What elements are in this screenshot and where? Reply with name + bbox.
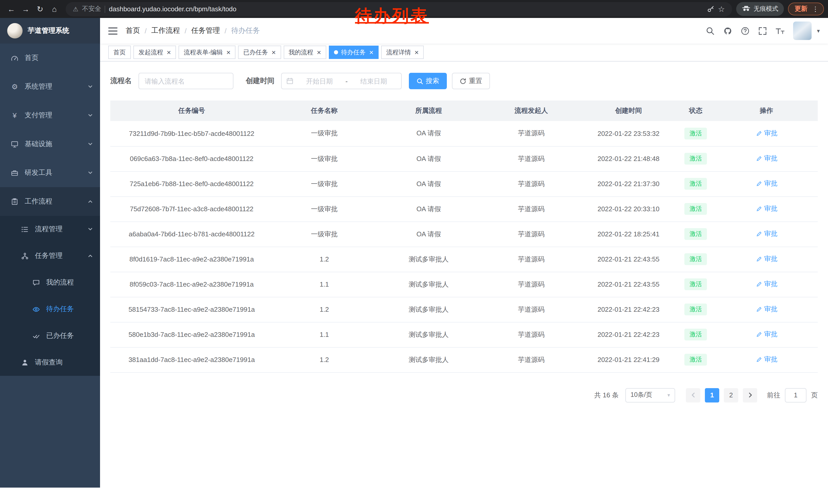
menu-label: 工作流程	[25, 197, 88, 206]
breadcrumb-separator: /	[145, 27, 147, 35]
cell-action: 审批	[715, 171, 818, 196]
browser-back-icon[interactable]: ←	[4, 0, 18, 18]
browser-reload-icon[interactable]: ↻	[33, 0, 47, 18]
breadcrumb-home[interactable]: 首页	[126, 26, 140, 35]
sidebar-item-home[interactable]: 首页	[0, 44, 100, 72]
cell-status: 激活	[676, 196, 715, 222]
tab-close-icon[interactable]: ×	[415, 50, 419, 55]
sidebar-item-payment[interactable]: ¥ 支付管理	[0, 101, 100, 130]
help-icon[interactable]	[741, 27, 750, 35]
avatar-caret-icon[interactable]: ▾	[817, 28, 820, 34]
cell-status: 激活	[676, 121, 715, 146]
browser-menu-icon[interactable]: ⋮	[812, 5, 819, 13]
tab-item-3[interactable]: 已办任务×	[238, 46, 281, 59]
menu-label: 请假查询	[35, 358, 93, 367]
next-page-button[interactable]	[743, 388, 757, 402]
approve-label: 审批	[764, 204, 778, 214]
prev-page-button[interactable]	[686, 388, 700, 402]
approve-link[interactable]: 审批	[755, 154, 778, 163]
password-key-icon[interactable]	[707, 5, 714, 13]
cell-task-id: 381aa1dd-7ac8-11ec-a9e2-a2380e71991a	[110, 347, 273, 372]
user-avatar[interactable]	[793, 21, 812, 40]
page-number-2[interactable]: 2	[724, 388, 738, 402]
approve-link[interactable]: 审批	[755, 280, 778, 289]
approve-label: 审批	[764, 355, 778, 364]
cell-create-time: 2022-01-22 21:48:48	[581, 146, 676, 171]
approve-link[interactable]: 审批	[755, 305, 778, 314]
cell-process: OA 请假	[376, 121, 482, 146]
table-row: 069c6a63-7b8a-11ec-8ef0-acde48001122一级审批…	[110, 146, 818, 171]
cell-task-name: 1.2	[273, 246, 376, 272]
cell-task-id: 73211d9d-7b9b-11ec-b5b7-acde48001122	[110, 121, 273, 146]
tab-label: 已办任务	[243, 48, 268, 57]
page-number-1[interactable]: 1	[705, 388, 719, 402]
sidebar-item-process-mgmt[interactable]: 流程管理	[0, 216, 100, 242]
annotation-overlay: 待办列表	[355, 5, 429, 28]
cell-starter: 芋道源码	[482, 222, 581, 246]
tab-item-6[interactable]: 流程详情×	[381, 46, 424, 59]
menu-label: 基础设施	[25, 139, 88, 149]
tab-close-icon[interactable]: ×	[317, 50, 321, 55]
tab-close-icon[interactable]: ×	[272, 50, 276, 55]
approve-link[interactable]: 审批	[755, 129, 778, 138]
tab-close-icon[interactable]: ×	[167, 50, 171, 55]
cell-process: 测试多审批人	[376, 347, 482, 372]
approve-link[interactable]: 审批	[755, 255, 778, 264]
github-icon[interactable]	[723, 27, 732, 35]
approve-link[interactable]: 审批	[755, 330, 778, 339]
sidebar-item-infra[interactable]: 基础设施	[0, 130, 100, 158]
tab-close-icon[interactable]: ×	[369, 50, 373, 55]
breadcrumb-task-mgmt[interactable]: 任务管理	[191, 26, 220, 35]
sidebar-item-done-task[interactable]: 已办任务	[0, 322, 100, 349]
breadcrumb-workflow[interactable]: 工作流程	[151, 26, 180, 35]
approve-link[interactable]: 审批	[755, 204, 778, 214]
incognito-icon	[742, 5, 750, 12]
approve-link[interactable]: 审批	[755, 179, 778, 188]
sidebar-toggle-icon[interactable]	[108, 27, 118, 35]
sidebar-item-system[interactable]: ⚙ 系统管理	[0, 72, 100, 101]
tab-item-5[interactable]: 待办任务×	[329, 46, 379, 59]
process-name-input[interactable]	[138, 73, 234, 89]
end-date-input[interactable]	[350, 77, 397, 85]
page-size-select[interactable]: 10条/页 ▾	[625, 388, 675, 402]
cell-create-time: 2022-01-22 18:25:41	[581, 222, 676, 246]
browser-forward-icon[interactable]: →	[18, 0, 33, 18]
bookmark-star-icon[interactable]: ☆	[718, 5, 725, 13]
start-date-input[interactable]	[296, 77, 342, 85]
sidebar-item-leave-query[interactable]: 请假查询	[0, 349, 100, 376]
url-text: dashboard.yudao.iocoder.cn/bpm/task/todo	[109, 5, 237, 13]
sidebar-item-devtools[interactable]: 研发工具	[0, 158, 100, 187]
status-badge: 激活	[685, 354, 707, 366]
sidebar-item-todo-task[interactable]: 待办任务	[0, 296, 100, 322]
fullscreen-icon[interactable]	[758, 27, 767, 35]
breadcrumb: 首页 / 工作流程 / 任务管理 / 待办任务	[126, 26, 260, 35]
goto-page-input[interactable]	[785, 388, 806, 402]
task-table: 任务编号 任务名称 所属流程 流程发起人 创建时间 状态 操作 73211d9d…	[110, 100, 818, 372]
font-size-icon[interactable]	[776, 27, 785, 35]
search-icon[interactable]	[706, 27, 715, 35]
cell-starter: 芋道源码	[482, 297, 581, 322]
dashboard-icon	[10, 54, 19, 62]
search-button[interactable]: 搜索	[409, 73, 447, 89]
col-starter: 流程发起人	[482, 100, 581, 121]
browser-update-button[interactable]: 更新 ⋮	[788, 3, 824, 15]
cell-process: 测试多审批人	[376, 322, 482, 347]
sidebar-item-workflow[interactable]: 工作流程	[0, 187, 100, 216]
tab-item-2[interactable]: 流程表单-编辑×	[178, 46, 236, 59]
cell-create-time: 2022-01-22 23:53:32	[581, 121, 676, 146]
sidebar-item-task-mgmt[interactable]: 任务管理	[0, 242, 100, 269]
edit-icon	[755, 231, 762, 237]
approve-link[interactable]: 审批	[755, 355, 778, 364]
reset-button[interactable]: 重置	[452, 73, 490, 89]
sidebar-item-my-process[interactable]: 我的流程	[0, 269, 100, 296]
browser-home-icon[interactable]: ⌂	[47, 0, 61, 18]
tab-close-icon[interactable]: ×	[226, 50, 230, 55]
date-range-picker[interactable]: -	[281, 73, 402, 89]
menu-label: 已办任务	[46, 331, 93, 340]
tab-item-0[interactable]: 首页	[108, 46, 131, 59]
tab-item-1[interactable]: 发起流程×	[133, 46, 176, 59]
cell-create-time: 2022-01-21 22:42:23	[581, 322, 676, 347]
approve-link[interactable]: 审批	[755, 229, 778, 239]
tab-item-4[interactable]: 我的流程×	[283, 46, 326, 59]
select-caret-icon: ▾	[667, 392, 670, 398]
